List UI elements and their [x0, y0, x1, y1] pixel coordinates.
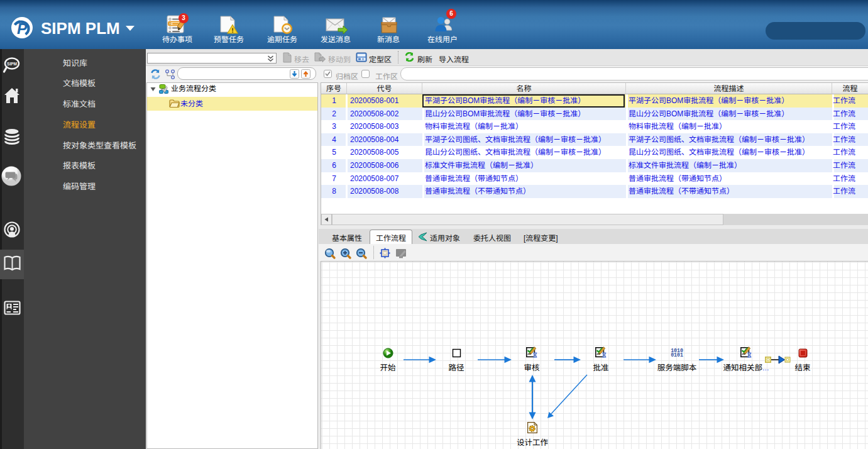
svg-text:P: P: [17, 20, 28, 37]
svg-text:SIPM: SIPM: [7, 62, 17, 66]
svg-text:0101: 0101: [671, 352, 683, 358]
